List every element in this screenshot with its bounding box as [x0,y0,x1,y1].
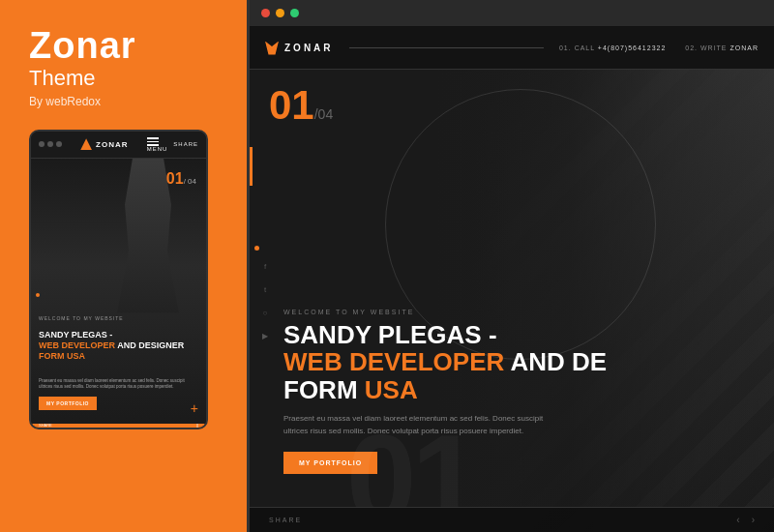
mobile-body: 01/ 04 WELCOME TO MY WEBSITE SANDY PLEGA… [31,159,206,428]
mobile-logo-text: ZONAR [96,140,128,149]
slide-number: 01 [269,82,314,128]
mobile-heading-white2: AND DESIGNER [117,340,184,350]
hero-heading-usa: USA [365,375,418,404]
right-panel: ZONAR 01. CALL +4(807)56412322 02. WRITE… [247,0,774,532]
mobile-dots-indicator: || [196,423,198,428]
side-dot [254,246,259,251]
left-panel: Zonar Theme By webRedox ZONAR MENU [0,0,247,532]
mobile-logo-icon [80,138,92,150]
browser-chrome [250,0,774,27]
mobile-dot-green [56,141,62,147]
desktop-logo: ZONAR [265,42,334,55]
mobile-slide-num: 01 [166,170,184,187]
mobile-portfolio-button[interactable]: MY PORTFOLIO [39,397,97,410]
slide-counter: 01/04 [269,85,333,126]
mobile-share-label: SHARE [173,141,198,147]
hero-heading-line1: SANDY PLEGAS - [283,320,497,349]
hero-heading-orange: WEB DEVELOPER [283,347,504,376]
desktop-nav-divider [349,47,544,48]
slide-total: /04 [314,106,333,122]
side-socials: f t ○ ▶ [257,258,273,343]
mobile-header: ZONAR MENU SHARE [31,132,206,159]
mobile-heading: SANDY PLEGAS - WEB DEVELOPER AND DESIGNE… [39,330,198,361]
mobile-nav-right: MENU SHARE [147,137,198,152]
desktop-logo-text: ZONAR [284,43,334,53]
browser-dot-yellow [276,9,284,17]
mobile-heading-orange2: FORM USA [39,351,85,361]
brand-subtitle: Theme [29,66,218,91]
mobile-hamburger-icon [147,137,168,146]
browser-dot-red [261,9,270,17]
bottom-share-label: SHARE [269,517,302,523]
desktop-nav-write: 02. WRITE ZONAR [685,44,759,51]
desktop-nav: ZONAR 01. CALL +4(807)56412322 02. WRITE… [250,27,774,70]
twitter-icon[interactable]: t [257,281,273,297]
instagram-icon[interactable]: ○ [257,305,273,320]
desktop-call-num: 01. CALL [559,44,595,51]
mobile-dots [39,141,62,147]
desktop-write-val: ZONAR [730,44,759,51]
hero-heading-and-de: AND DE [511,347,608,376]
youtube-icon[interactable]: ▶ [257,328,273,343]
desktop-write-num: 02. WRITE [685,44,727,51]
mobile-counter: 01/ 04 [166,170,196,188]
mobile-preview: ZONAR MENU SHARE 01/ 04 WELCOME TO MY WE… [29,130,208,429]
mobile-bottom-plus: + [191,400,198,416]
brand-by: By webRedox [29,95,218,108]
mobile-side-dot [36,293,40,297]
mobile-bottom-bar: SHARE || [31,424,206,428]
mobile-heading-orange: WEB DEVELOPER [39,340,115,350]
mobile-logo: ZONAR [80,138,128,150]
mobile-heading-white: SANDY PLEGAS - [39,330,112,340]
brand-title: Zonar [29,27,218,64]
mobile-menu[interactable]: MENU [147,137,168,152]
mobile-welcome: WELCOME TO MY WEBSITE [39,315,124,321]
hero-heading-form: FORM [283,375,358,404]
next-arrow[interactable]: › [752,515,755,525]
desktop-logo-icon [265,42,279,55]
mobile-dot-yellow [47,141,53,147]
facebook-icon[interactable]: f [257,258,273,274]
browser-dot-green [290,9,299,17]
slide-nav-arrows: ‹ › [736,515,755,525]
bottom-bar: SHARE ‹ › [250,507,774,532]
prev-arrow[interactable]: ‹ [736,515,739,525]
welcome-label: WELCOME TO MY WEBSITE [283,309,632,315]
hero-heading: SANDY PLEGAS - WEB DEVELOPER AND DE FORM… [283,321,632,404]
desktop-call-val: +4(807)56412322 [598,44,666,51]
mobile-desc: Praesent eu massa vel diam laoreet eleme… [39,378,198,391]
desktop-content: ZONAR 01. CALL +4(807)56412322 02. WRITE… [250,27,774,532]
desktop-nav-call: 01. CALL +4(807)56412322 [559,44,666,51]
mobile-share-bottom: SHARE [39,423,52,428]
desktop-nav-contact: 01. CALL +4(807)56412322 02. WRITE ZONAR [559,44,759,51]
left-accent-bar [250,147,253,186]
mobile-dot-red [39,141,45,147]
desktop-hero: 01/04 f t ○ ▶ WELCOME TO MY WEBSITE SAND… [250,70,774,532]
mobile-menu-label: MENU [147,146,168,152]
mobile-slide-total: / 04 [184,177,196,186]
